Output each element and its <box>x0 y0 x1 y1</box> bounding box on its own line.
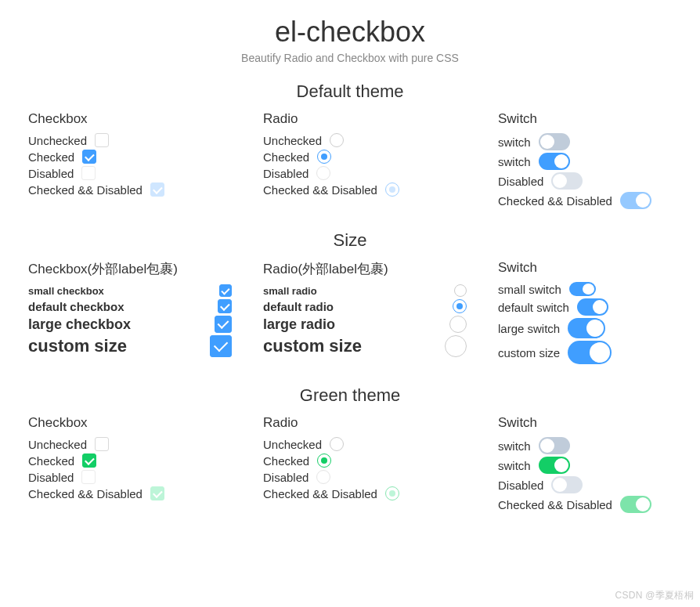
checkbox-green-disabled <box>81 470 96 484</box>
checkbox-large[interactable] <box>215 316 232 333</box>
radio-label: Checked && Disabled <box>263 183 377 197</box>
checkbox-green-checked-disabled <box>150 486 164 500</box>
checkbox-checked[interactable] <box>82 150 96 164</box>
switch-green-checked-disabled-row: Checked && Disabled <box>498 496 672 513</box>
radio-size-label: custom size <box>263 336 362 356</box>
switch-green-off-row: switch <box>498 437 672 454</box>
radio-size-label: large radio <box>263 316 335 333</box>
radio-column: Radio Unchecked Checked Disabled Checked… <box>263 111 498 211</box>
col-header-radio: Radio <box>263 111 498 127</box>
switch-size-label: large switch <box>498 322 560 335</box>
checkbox-disabled <box>81 166 96 180</box>
switch-small[interactable] <box>569 282 596 296</box>
switch-row-checked-disabled: Checked && Disabled <box>498 192 672 209</box>
checkbox-label: Unchecked <box>28 134 87 147</box>
radio-row-unchecked: Unchecked <box>263 133 498 147</box>
radio-green-checked[interactable] <box>317 453 331 468</box>
radio-unchecked[interactable] <box>330 133 344 147</box>
checkbox-label: Checked <box>28 454 74 468</box>
checkbox-label: Disabled <box>28 471 74 484</box>
switch-default-row: default switch <box>498 298 672 316</box>
page-title: el-checkbox <box>0 16 700 49</box>
checkbox-size-column: Checkbox(外部label包裹) small checkbox defau… <box>28 260 263 367</box>
radio-label: Checked && Disabled <box>263 487 377 500</box>
checkbox-checked-disabled <box>150 182 164 197</box>
switch-size-column: Switch small switch default switch large… <box>498 260 672 367</box>
col-header-switch: Switch <box>498 415 672 431</box>
switch-label: Disabled <box>498 479 543 492</box>
radio-size-label: default radio <box>263 300 334 313</box>
switch-column: Switch switch switch Disabled Checked &&… <box>498 111 672 211</box>
radio-row-checked-disabled: Checked && Disabled <box>263 182 498 197</box>
radio-checked-disabled <box>385 182 399 197</box>
checkbox-green-checked-row: Checked <box>28 453 263 468</box>
switch-green-column: Switch switch switch Disabled Checked &&… <box>498 415 672 515</box>
switch-checked-disabled <box>620 192 651 209</box>
default-theme-grid: Checkbox Unchecked Checked Disabled Chec… <box>0 111 700 219</box>
checkbox-custom-row: custom size <box>28 335 263 357</box>
checkbox-default[interactable] <box>218 299 232 313</box>
switch-label: switch <box>498 459 531 472</box>
radio-checked[interactable] <box>317 150 331 164</box>
switch-custom[interactable] <box>568 341 612 364</box>
checkbox-row-unchecked: Unchecked <box>28 133 263 147</box>
checkbox-row-disabled: Disabled <box>28 166 263 180</box>
switch-size-label: custom size <box>498 346 560 360</box>
checkbox-small[interactable] <box>219 284 232 297</box>
switch-green-disabled <box>551 476 583 493</box>
switch-size-label: small switch <box>498 283 561 296</box>
page-subtitle: Beautify Radio and Checkbox with pure CS… <box>0 52 700 64</box>
radio-custom[interactable] <box>445 335 467 357</box>
checkbox-green-checked[interactable] <box>82 453 96 468</box>
switch-green-on-row: switch <box>498 457 672 474</box>
switch-label: switch <box>498 155 531 168</box>
switch-row-disabled: Disabled <box>498 172 672 190</box>
radio-label: Checked <box>263 454 309 468</box>
switch-label: switch <box>498 135 531 149</box>
switch-on[interactable] <box>539 153 570 170</box>
switch-off[interactable] <box>539 133 570 150</box>
section-heading-size: Size <box>0 230 700 251</box>
checkbox-label: Unchecked <box>28 438 87 451</box>
switch-label: Disabled <box>498 175 543 188</box>
col-header-switch: Switch <box>498 260 672 276</box>
radio-large[interactable] <box>449 316 467 333</box>
radio-label: Disabled <box>263 167 309 180</box>
radio-label: Disabled <box>263 471 309 484</box>
switch-custom-row: custom size <box>498 341 672 364</box>
radio-green-unchecked[interactable] <box>330 437 344 451</box>
size-grid: Checkbox(外部label包裹) small checkbox defau… <box>0 260 700 374</box>
switch-label: switch <box>498 439 531 453</box>
radio-small[interactable] <box>454 284 467 297</box>
switch-large[interactable] <box>568 318 605 338</box>
col-header-switch: Switch <box>498 111 672 127</box>
switch-green-off[interactable] <box>539 437 570 454</box>
checkbox-size-label: small checkbox <box>28 285 104 297</box>
switch-small-row: small switch <box>498 282 672 296</box>
switch-default[interactable] <box>577 298 608 316</box>
radio-large-row: large radio <box>263 316 498 333</box>
switch-disabled <box>551 172 583 190</box>
checkbox-label: Checked <box>28 150 74 164</box>
switch-green-checked-disabled <box>620 496 651 513</box>
checkbox-green-unchecked-row: Unchecked <box>28 437 263 451</box>
checkbox-green-unchecked[interactable] <box>95 437 109 451</box>
switch-large-row: large switch <box>498 318 672 338</box>
checkbox-size-label: default checkbox <box>28 300 124 313</box>
checkbox-row-checked-disabled: Checked && Disabled <box>28 182 263 197</box>
switch-label: Checked && Disabled <box>498 498 612 511</box>
checkbox-green-disabled-row: Disabled <box>28 470 263 484</box>
checkbox-default-row: default checkbox <box>28 299 263 313</box>
col-header-checkbox: Checkbox <box>28 415 263 431</box>
checkbox-label: Checked && Disabled <box>28 183 143 197</box>
radio-default-row: default radio <box>263 299 498 313</box>
radio-label: Unchecked <box>263 438 322 451</box>
switch-label: Checked && Disabled <box>498 194 612 208</box>
checkbox-green-checked-disabled-row: Checked && Disabled <box>28 486 263 500</box>
radio-default[interactable] <box>453 299 467 313</box>
checkbox-custom[interactable] <box>210 335 232 357</box>
checkbox-unchecked[interactable] <box>95 133 109 147</box>
switch-row-off: switch <box>498 133 672 150</box>
radio-green-checked-row: Checked <box>263 453 498 468</box>
switch-green-on[interactable] <box>539 457 570 474</box>
